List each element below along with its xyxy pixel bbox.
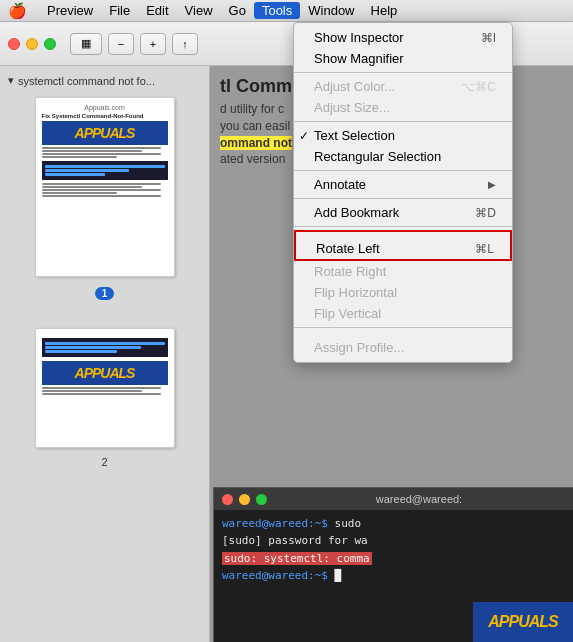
terminal-text-2: [sudo] password for wa (222, 534, 368, 547)
share-button[interactable]: ↑ (172, 33, 198, 55)
thumbnail-page-2[interactable]: APPUALS (35, 328, 175, 448)
thumb-title: Fix Systemctl Command-Not-Found (42, 113, 168, 119)
thumb-text-lines-2 (42, 183, 168, 197)
terminal-cmd-4: █ (335, 569, 342, 582)
sidebar-arrow-icon: ▾ (8, 74, 14, 87)
sidebar-header: ▾ systemctl command not fo... (4, 74, 205, 87)
menu-item-rectangular-selection[interactable]: Rectangular Selection (294, 146, 512, 167)
terminal-cmd-1: sudo (335, 517, 362, 530)
menu-item-label: Show Magnifier (314, 51, 404, 66)
terminal-body: wareed@wareed:~$ sudo [sudo] password fo… (214, 510, 573, 592)
page-2-label: 2 (101, 456, 107, 468)
terminal-prompt-4: wareed@wareed:~$ (222, 569, 328, 582)
thumb-text-lines-3 (42, 387, 168, 395)
minimize-button[interactable] (26, 38, 38, 50)
apple-menu-icon[interactable]: 🍎 (8, 2, 27, 20)
sidebar-toggle-button[interactable]: ▦ (70, 33, 102, 55)
terminal-line-4: wareed@wareed:~$ █ (222, 568, 565, 583)
thumb-logo-brand-2: APPUALS (42, 361, 168, 385)
zoom-in-icon: + (150, 38, 156, 50)
terminal-close-button[interactable] (222, 494, 233, 505)
thumb-logo-brand: APPUALS (42, 121, 168, 145)
terminal-titlebar: wareed@wareed: (214, 488, 573, 510)
menubar-window[interactable]: Window (300, 2, 362, 19)
terminal-line-3: sudo: systemctl: comma (222, 551, 565, 566)
thumbnail-page-1[interactable]: Appuals.com Fix Systemctl Command-Not-Fo… (35, 97, 175, 277)
terminal-prompt-1: wareed@wareed:~$ (222, 517, 328, 530)
maximize-button[interactable] (44, 38, 56, 50)
menu-separator-3 (294, 170, 512, 171)
menu-item-label: Text Selection (314, 128, 395, 143)
terminal-line-1: wareed@wareed:~$ sudo (222, 516, 565, 531)
menu-item-show-magnifier[interactable]: Show Magnifier (294, 48, 512, 69)
sidebar-toggle-icon: ▦ (81, 37, 91, 50)
menu-item-label: Add Bookmark (314, 205, 399, 220)
menu-item-label: Flip Horizontal (314, 285, 397, 300)
menu-item-text-selection[interactable]: ✓ Text Selection (294, 125, 512, 146)
terminal-logo: APPUALS (473, 602, 573, 642)
menu-item-flip-vertical: Flip Horizontal (294, 282, 512, 303)
share-icon: ↑ (182, 38, 188, 50)
menubar-go[interactable]: Go (221, 2, 254, 19)
menu-item-adjust-color: Adjust Color... ⌥⌘C (294, 76, 512, 97)
menubar-help[interactable]: Help (363, 2, 406, 19)
menu-separator-2 (294, 121, 512, 122)
thumb-cmd-block-2 (42, 338, 168, 357)
menu-item-shortcut: ⌘L (475, 242, 494, 256)
menu-item-label: Flip Vertical (314, 306, 381, 321)
terminal-line-2: [sudo] password for wa (222, 533, 565, 548)
zoom-out-button[interactable]: − (108, 33, 134, 55)
terminal-logo-text: APPUALS (488, 613, 557, 631)
menu-item-label: Adjust Color... (314, 79, 395, 94)
menubar-file[interactable]: File (101, 2, 138, 19)
sidebar-filename: systemctl command not fo... (18, 75, 155, 87)
menubar-edit[interactable]: Edit (138, 2, 176, 19)
terminal-title: wareed@wareed: (273, 493, 565, 505)
zoom-out-icon: − (118, 38, 124, 50)
terminal-minimize-button[interactable] (239, 494, 250, 505)
menu-separator-4 (294, 198, 512, 199)
checkmark-icon: ✓ (299, 129, 309, 143)
menu-separator-6 (294, 327, 512, 328)
close-button[interactable] (8, 38, 20, 50)
zoom-in-button[interactable]: + (140, 33, 166, 55)
menu-item-shortcut: ⌘D (475, 206, 496, 220)
menu-separator-5 (294, 226, 512, 227)
thumb-cmd-block (42, 161, 168, 180)
page-1-badge-wrap: 1 (95, 285, 115, 300)
menu-item-label: Assign Profile... (314, 340, 404, 355)
thumb-text-lines (42, 147, 168, 158)
menu-item-show-inspector[interactable]: Show Inspector ⌘I (294, 27, 512, 48)
menu-item-shortcut: ⌘I (481, 31, 496, 45)
menu-item-label: Rotate Right (314, 264, 386, 279)
menu-item-crop: Flip Vertical (294, 303, 512, 324)
thumb-appuals-logo: Appuals.com (42, 104, 168, 111)
menubar-view[interactable]: View (177, 2, 221, 19)
menu-item-rotate-right[interactable]: Rotate Left ⌘L (296, 238, 510, 259)
menu-item-add-bookmark[interactable]: Add Bookmark ⌘D (294, 202, 512, 223)
submenu-arrow-icon: ▶ (488, 179, 496, 190)
terminal-window: wareed@wareed: wareed@wareed:~$ sudo [su… (213, 487, 573, 642)
menubar-tools[interactable]: Tools (254, 2, 300, 19)
terminal-maximize-button[interactable] (256, 494, 267, 505)
menu-item-adjust-size: Adjust Size... (294, 97, 512, 118)
page-1-badge: 1 (95, 287, 115, 300)
menu-item-label: Show Inspector (314, 30, 404, 45)
menu-item-flip-horizontal: Rotate Right (294, 261, 512, 282)
menubar-preview[interactable]: Preview (39, 2, 101, 19)
menu-separator-1 (294, 72, 512, 73)
menubar: 🍎 Preview File Edit View Go Tools Window… (0, 0, 573, 22)
sidebar: ▾ systemctl command not fo... Appuals.co… (0, 66, 210, 642)
traffic-lights (8, 38, 56, 50)
menu-item-show-location-info: Assign Profile... (294, 337, 512, 358)
tools-dropdown-menu: Show Inspector ⌘I Show Magnifier Adjust … (293, 22, 513, 363)
menu-item-label: Annotate (314, 177, 366, 192)
menu-item-annotate[interactable]: Annotate ▶ (294, 174, 512, 195)
menu-item-label: Rotate Left (316, 241, 380, 256)
rotate-group: Rotate Left ⌘L (294, 230, 512, 261)
terminal-error-3: sudo: systemctl: comma (222, 552, 372, 565)
menu-item-shortcut: ⌥⌘C (461, 80, 496, 94)
menu-item-label: Adjust Size... (314, 100, 390, 115)
menu-item-label: Rectangular Selection (314, 149, 441, 164)
